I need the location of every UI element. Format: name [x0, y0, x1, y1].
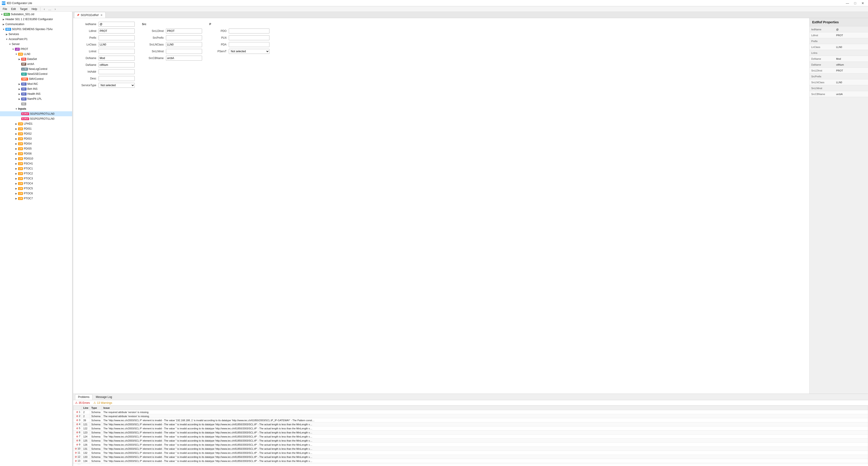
tree-expander-ied[interactable]: ▼: [2, 27, 5, 31]
table-row[interactable]: ⊘ 4 121 Schema The 'http://www.iec.ch/20…: [73, 423, 868, 427]
sidebar-item-ln-pdis4[interactable]: ▶LNPDIS4: [0, 141, 72, 146]
sidebar-item-ln-pdis1[interactable]: ▶LNPDIS1: [0, 126, 72, 131]
tree-expander-do-namplt[interactable]: ▶: [18, 97, 21, 101]
nav-forward-button[interactable]: ›: [53, 6, 58, 11]
table-row[interactable]: ⊘ 3 39 Schema The 'http://www.iec.ch/200…: [73, 418, 868, 423]
nav-back-button[interactable]: ‹: [42, 6, 47, 11]
sidebar-item-ln-ptoc4[interactable]: ▶LNPTOC4: [0, 181, 72, 186]
srcCBName-input[interactable]: [166, 56, 202, 61]
tree-expander-services[interactable]: ▶: [5, 32, 8, 36]
tree-expander-ln-ptoc4[interactable]: ▶: [14, 182, 18, 185]
ldInst-input[interactable]: [98, 29, 135, 33]
sidebar-item-ln-pdis6[interactable]: ▶LNPDIS6: [0, 151, 72, 156]
tree-expander-ln-ptoc3[interactable]: ▶: [14, 177, 18, 180]
sidebar-item-ln-ptoc6[interactable]: ▶LNPTOC6: [0, 191, 72, 196]
table-row[interactable]: ⊘ 5 122 Schema The 'http://www.iec.ch/20…: [73, 427, 868, 431]
tab-problems[interactable]: Problems: [75, 394, 92, 400]
tree-expander-ln-ptoc5[interactable]: ▶: [14, 186, 18, 190]
sidebar-item-do-namplt[interactable]: ▶DONamPlt LPL: [0, 96, 72, 101]
tree-expander-ld-prot[interactable]: ▼: [11, 47, 15, 51]
sidebar-item-ln-lln0[interactable]: ▼LNLLN0: [0, 52, 72, 57]
srcPrefix-input[interactable]: [166, 35, 202, 40]
sidebar-item-ds[interactable]: ▶DSDataSet: [0, 57, 72, 61]
table-row[interactable]: ⊘ 8 125 Schema The 'http://www.iec.ch/20…: [73, 439, 868, 443]
tree-expander-do-beh[interactable]: ▶: [18, 87, 21, 91]
tree-expander-ln-pdis2[interactable]: ▶: [14, 132, 18, 136]
tree-expander-ln-ptoc7[interactable]: ▶: [14, 197, 18, 200]
tree-expander-ap[interactable]: ▼: [5, 37, 8, 41]
prefix-input[interactable]: [98, 35, 135, 40]
sidebar-item-ln-pdis5[interactable]: ▶LNPDIS5: [0, 146, 72, 151]
tree-expander-ln-pdis3[interactable]: ▶: [14, 137, 18, 141]
sidebar-item-smv[interactable]: SMVSMVControl: [0, 77, 72, 82]
sidebar-item-ln-pdis2[interactable]: ▶LNPDIS2: [0, 131, 72, 136]
tree-expander-ln-pdis1[interactable]: ▶: [14, 127, 18, 130]
sidebar-item-ln-ptoc1[interactable]: ▶LNPTOC1: [0, 166, 72, 171]
menu-help[interactable]: Help: [30, 7, 39, 11]
table-row[interactable]: ⊘ 2 2 Schema The required attribute 'rev…: [73, 414, 868, 418]
pdo-input[interactable]: [229, 29, 270, 33]
sidebar-item-ln-pdis10[interactable]: ▶LNPDIS10: [0, 156, 72, 161]
sidebar-item-do-mod[interactable]: ▶DOMod INC: [0, 82, 72, 86]
tree-expander-do-mod[interactable]: ▶: [18, 82, 21, 86]
tree-expander-scl[interactable]: ▼: [0, 12, 4, 16]
tree-expander-ln-pdis4[interactable]: ▶: [14, 142, 18, 145]
problems-table-scroll[interactable]: Line Type Issue ⊘ 1 2 Schema The require…: [73, 406, 868, 464]
table-row[interactable]: ⊘ 14 135 Schema The 'http://www.iec.ch/2…: [73, 463, 868, 464]
sidebar-item-rp[interactable]: RPurcbA: [0, 61, 72, 66]
sidebar-item-ln-ptoc3[interactable]: ▶LNPTOC3: [0, 176, 72, 181]
nav-ellipsis-button[interactable]: …: [47, 6, 52, 11]
sidebar-item-server[interactable]: ▼Server: [0, 41, 72, 47]
sidebar-item-header[interactable]: ▶Header S01 1 2 IEC61850 Configurator: [0, 17, 72, 22]
sidebar-item-sc[interactable]: SC: [0, 101, 72, 106]
sidebar-item-do-beh[interactable]: ▶DOBeh INS: [0, 86, 72, 91]
sidebar-item-ln-lphd1[interactable]: ▶LNLPHD1: [0, 121, 72, 126]
sidebar-item-ied[interactable]: ▼IEDS01P01 SIEMENS Siprotec-7SAx: [0, 27, 72, 32]
tree-expander-ln-lphd1[interactable]: ▶: [14, 122, 18, 125]
tree-expander-inputs[interactable]: ▼: [14, 107, 18, 111]
lnInst-input[interactable]: [98, 49, 135, 54]
tree-expander-ln-ptoc1[interactable]: ▶: [14, 167, 18, 170]
sidebar-item-ld-prot[interactable]: ▼LDPROT: [0, 47, 72, 52]
sidebar-item-ln-ptoc7[interactable]: ▶LNPTOC7: [0, 196, 72, 201]
tree-expander-ln-psch1[interactable]: ▶: [14, 162, 18, 165]
table-row[interactable]: ⊘ 6 123 Schema The 'http://www.iec.ch/20…: [73, 431, 868, 435]
intAddr-input[interactable]: [98, 69, 135, 74]
tree-expander-comm[interactable]: ▶: [2, 22, 5, 26]
sidebar-item-ap[interactable]: ▼AccessPoint P1: [0, 37, 72, 41]
table-row[interactable]: ⊘ 12 133 Schema The 'http://www.iec.ch/2…: [73, 455, 868, 459]
tab-messagelog[interactable]: Message Log: [93, 394, 115, 400]
iedName-input[interactable]: [98, 22, 135, 27]
pln-input[interactable]: [229, 35, 270, 40]
tree-expander-ds[interactable]: ▶: [18, 57, 21, 61]
pServT-select[interactable]: Not selectedPollReportGOOSESMV: [229, 49, 270, 54]
sidebar-item-inputs[interactable]: ▼Inputs: [0, 106, 72, 111]
pda-input[interactable]: [229, 42, 270, 47]
srcLDInst-input[interactable]: [166, 29, 202, 33]
close-button[interactable]: ✕: [860, 1, 866, 5]
sidebar-item-do-health[interactable]: ▶DOHealth INS: [0, 91, 72, 96]
sidebar-item-comm[interactable]: ▶Communication: [0, 22, 72, 27]
sidebar-item-ln-psch1[interactable]: ▶LNPSCH1: [0, 161, 72, 166]
tree-expander-header[interactable]: ▶: [2, 18, 5, 21]
sidebar-item-ln-pdis3[interactable]: ▶LNPDIS3: [0, 136, 72, 141]
table-row[interactable]: ⊘ 10 131 Schema The 'http://www.iec.ch/2…: [73, 447, 868, 451]
sidebar-item-lcb[interactable]: LCBNewLogControl: [0, 66, 72, 71]
menu-target[interactable]: Target: [18, 7, 29, 11]
desc-input[interactable]: [98, 76, 135, 81]
menu-file[interactable]: File: [1, 7, 9, 11]
table-row[interactable]: ⊘ 7 124 Schema The 'http://www.iec.ch/20…: [73, 435, 868, 439]
tree-expander-ln-lln0[interactable]: ▼: [14, 52, 18, 56]
maximize-button[interactable]: □: [852, 1, 859, 5]
sidebar-item-go[interactable]: GONewGSEControl: [0, 71, 72, 77]
table-row[interactable]: ⊘ 9 126 Schema The 'http://www.iec.ch/20…: [73, 443, 868, 447]
lnClass-input[interactable]: [98, 42, 135, 47]
srcLNClass-input[interactable]: [166, 42, 202, 47]
sidebar-item-ln-ptoc5[interactable]: ▶LNPTOC5: [0, 186, 72, 191]
table-row[interactable]: ⊘ 11 132 Schema The 'http://www.iec.ch/2…: [73, 451, 868, 455]
minimize-button[interactable]: —: [844, 1, 851, 5]
doName-input[interactable]: [98, 56, 135, 61]
srcLNInst-input[interactable]: [166, 49, 202, 54]
tree-expander-ln-pdis6[interactable]: ▶: [14, 152, 18, 155]
tree-expander-ln-ptoc2[interactable]: ▶: [14, 172, 18, 175]
